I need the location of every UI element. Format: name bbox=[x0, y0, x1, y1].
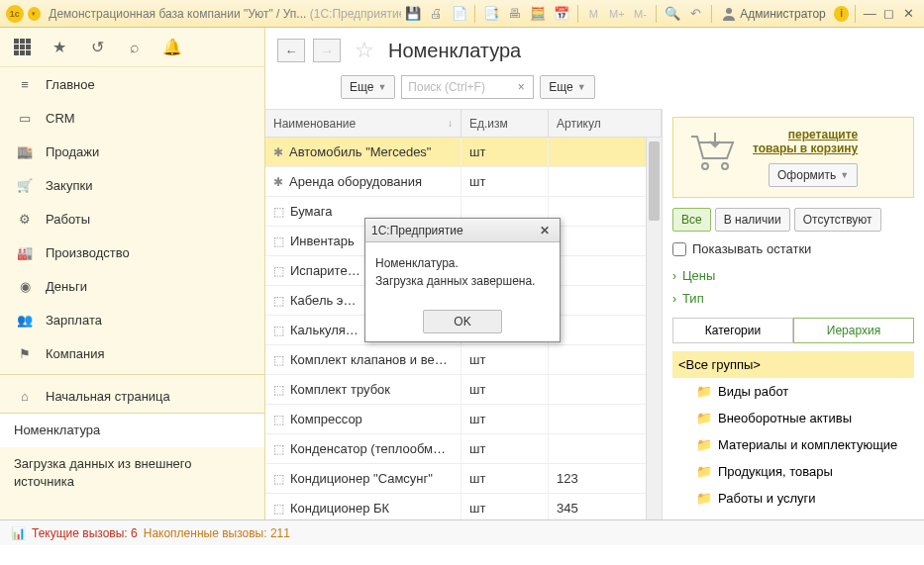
table-row[interactable]: ✱Аренда оборудованияшт bbox=[265, 167, 662, 197]
row-unit: шт bbox=[462, 345, 549, 374]
compare-icon[interactable]: 📑 bbox=[481, 4, 501, 24]
print2-icon[interactable]: 🖶 bbox=[505, 4, 525, 24]
dialog-title: 1С:Предприятие bbox=[371, 224, 463, 237]
more-button-1[interactable]: Еще▼ bbox=[341, 75, 395, 99]
close-button[interactable]: ✕ bbox=[898, 6, 918, 22]
checkout-button[interactable]: Оформить▼ bbox=[769, 163, 858, 187]
table-row[interactable]: ⬚Конденсатор (теплообм…шт bbox=[265, 434, 662, 464]
cube-icon: ⬚ bbox=[273, 502, 284, 516]
nav-item-crm[interactable]: ▭CRM bbox=[0, 101, 264, 135]
tab-hierarchy[interactable]: Иерархия bbox=[793, 318, 914, 343]
notifications-bell-icon[interactable]: 🔔 bbox=[162, 38, 182, 57]
calculator-icon[interactable]: 🧮 bbox=[529, 4, 549, 24]
sidebar-toolbar: ★ ↺ ⌕ 🔔 bbox=[0, 28, 264, 67]
cube-icon: ⬚ bbox=[273, 472, 284, 486]
app-menu-dropdown[interactable]: ▾ bbox=[28, 7, 42, 21]
store-icon: 🏬 bbox=[14, 143, 36, 159]
row-name: Комплект клапанов и ве… bbox=[290, 352, 448, 367]
nav-item-salary[interactable]: 👥Зарплата bbox=[0, 303, 264, 336]
back-history-icon[interactable]: ↶ bbox=[686, 4, 706, 24]
row-article bbox=[549, 167, 662, 196]
save-icon[interactable]: 💾 bbox=[403, 4, 423, 24]
row-unit: шт bbox=[462, 434, 549, 463]
nav-item-purchases[interactable]: 🛒Закупки bbox=[0, 168, 264, 202]
cart-dropzone[interactable]: перетащитетовары в корзину Оформить▼ bbox=[672, 117, 914, 198]
row-name: Бумага bbox=[290, 204, 332, 219]
table-row[interactable]: ⬚Кондиционер БКшт345 bbox=[265, 494, 662, 519]
table-row[interactable]: ⬚Комплект клапанов и ве…шт bbox=[265, 345, 662, 375]
search-icon[interactable]: ⌕ bbox=[125, 38, 145, 57]
nav-item-works[interactable]: ⚙Работы bbox=[0, 202, 264, 235]
row-article bbox=[549, 405, 662, 433]
expander-prices[interactable]: ›Цены bbox=[672, 264, 914, 287]
dialog-close-button[interactable]: ✕ bbox=[536, 224, 554, 237]
col-header-unit[interactable]: Ед.изм bbox=[462, 110, 549, 137]
table-scrollbar[interactable] bbox=[646, 138, 662, 519]
tab-categories[interactable]: Категории bbox=[672, 318, 793, 343]
info-icon[interactable]: i bbox=[834, 6, 850, 22]
tree-item[interactable]: 📁Материалы и комплектующие bbox=[672, 431, 914, 458]
filter-outofstock-button[interactable]: Отсутствуют bbox=[794, 208, 881, 232]
history-icon[interactable]: ↺ bbox=[87, 38, 107, 57]
tree-item[interactable]: 📁Работы и услуги bbox=[672, 485, 914, 512]
more-button-2[interactable]: Еще▼ bbox=[540, 75, 594, 99]
nav-item-company[interactable]: ⚑Компания bbox=[0, 336, 264, 370]
nav-item-sales[interactable]: 🏬Продажи bbox=[0, 135, 264, 168]
row-unit: шт bbox=[462, 375, 549, 404]
row-article: 345 bbox=[549, 494, 662, 519]
perf-icon: 📊 bbox=[10, 525, 26, 541]
table-row[interactable]: ✱Автомобиль "Mercedes"шт bbox=[265, 138, 662, 167]
maximize-button[interactable]: ◻ bbox=[879, 6, 899, 22]
print-icon[interactable]: 🖨 bbox=[426, 4, 446, 24]
search-clear-icon[interactable]: × bbox=[512, 78, 530, 96]
open-tabs: Номенклатура Загрузка данных из внешнего… bbox=[0, 413, 264, 500]
table-row[interactable]: ⬚Кондиционер "Самсунг"шт123 bbox=[265, 464, 662, 494]
col-header-name[interactable]: Наименование↓ bbox=[265, 110, 462, 137]
row-name: Испарите… bbox=[290, 263, 360, 278]
calendar-icon[interactable]: 📅 bbox=[552, 4, 571, 24]
factory-icon: 🏭 bbox=[14, 244, 36, 260]
tree-root[interactable]: <Все группы> bbox=[672, 351, 914, 378]
user-menu[interactable]: Администратор bbox=[716, 7, 832, 21]
page-title: Номенклатура bbox=[388, 40, 521, 62]
filter-all-button[interactable]: Все bbox=[672, 208, 711, 232]
shopping-cart-icon bbox=[683, 128, 743, 177]
favorite-star-icon[interactable]: ☆ bbox=[355, 38, 374, 63]
document-icon[interactable]: 📄 bbox=[450, 4, 469, 24]
tree-item[interactable]: 📁Внеоборотные активы bbox=[672, 405, 914, 431]
tree-item[interactable]: 📁Продукция, товары bbox=[672, 458, 914, 485]
memory-m-icon[interactable]: M bbox=[584, 4, 604, 24]
favorites-star-icon[interactable]: ★ bbox=[50, 38, 69, 57]
statusbar: 📊 Текущие вызовы: 6 Накопленные вызовы: … bbox=[0, 519, 924, 545]
table-row[interactable]: ⬚Комплект трубокшт bbox=[265, 375, 662, 405]
group-tree: <Все группы> 📁Виды работ📁Внеоборотные ак… bbox=[672, 351, 914, 512]
show-remains-input[interactable] bbox=[672, 242, 686, 256]
nav-back-button[interactable]: ← bbox=[277, 39, 305, 62]
apps-grid-icon[interactable] bbox=[12, 38, 32, 57]
tree-item[interactable]: 📁Виды работ bbox=[672, 378, 914, 405]
table-row[interactable]: ⬚Компрессоршт bbox=[265, 405, 662, 434]
open-tab-nomenclature[interactable]: Номенклатура bbox=[0, 414, 264, 447]
svg-point-2 bbox=[722, 163, 728, 169]
nav-forward-button[interactable]: → bbox=[313, 39, 341, 62]
nav-item-main[interactable]: ≡Главное bbox=[0, 67, 264, 101]
svg-point-0 bbox=[726, 8, 732, 14]
row-name: Кабель э… bbox=[290, 293, 357, 308]
col-header-article[interactable]: Артикул bbox=[549, 110, 662, 137]
nav-item-start-page[interactable]: ⌂Начальная страница bbox=[0, 379, 264, 413]
dialog-titlebar[interactable]: 1С:Предприятие ✕ bbox=[365, 219, 560, 242]
filter-instock-button[interactable]: В наличии bbox=[715, 208, 790, 232]
cart-hint-link[interactable]: перетащитетовары в корзину bbox=[753, 128, 858, 155]
nav-item-production[interactable]: 🏭Производство bbox=[0, 235, 264, 269]
dialog-ok-button[interactable]: OK bbox=[423, 310, 502, 333]
open-tab-import[interactable]: Загрузка данных из внешнего источника bbox=[0, 447, 264, 499]
memory-mminus-icon[interactable]: M- bbox=[631, 4, 651, 24]
sidebar: ★ ↺ ⌕ 🔔 ≡Главное ▭CRM 🏬Продажи 🛒Закупки … bbox=[0, 28, 265, 519]
minimize-button[interactable]: — bbox=[860, 6, 879, 22]
content-toolbar: Еще▼ × Еще▼ bbox=[265, 73, 924, 109]
expander-type[interactable]: ›Тип bbox=[672, 287, 914, 310]
show-remains-checkbox[interactable]: Показывать остатки bbox=[672, 241, 914, 256]
zoom-icon[interactable]: 🔍 bbox=[663, 4, 682, 24]
memory-mplus-icon[interactable]: M+ bbox=[607, 4, 627, 24]
nav-item-money[interactable]: ◉Деньги bbox=[0, 269, 264, 303]
